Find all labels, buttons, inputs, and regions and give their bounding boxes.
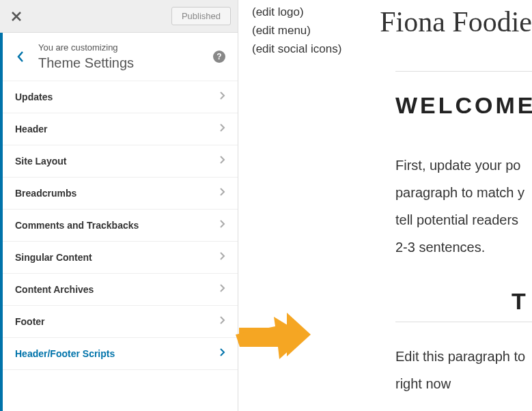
- menu-item-label: Footer: [15, 316, 45, 327]
- menu-item-label: Header/Footer Scripts: [15, 348, 115, 359]
- divider: [395, 322, 532, 322]
- menu-list: Updates Header Site Layout Breadcrumbs C…: [3, 81, 238, 370]
- menu-item-comments-trackbacks[interactable]: Comments and Trackbacks: [3, 210, 238, 242]
- customizing-label: You are customizing: [38, 42, 213, 53]
- section-title: Theme Settings: [38, 55, 213, 71]
- menu-item-header[interactable]: Header: [3, 113, 238, 145]
- edit-social-link[interactable]: (edit social icons): [252, 40, 532, 58]
- menu-item-header-footer-scripts[interactable]: Header/Footer Scripts: [3, 338, 238, 370]
- menu-item-footer[interactable]: Footer: [3, 306, 238, 338]
- chevron-right-icon: [219, 348, 225, 360]
- divider: [395, 71, 532, 72]
- menu-item-label: Site Layout: [15, 156, 66, 167]
- chevron-left-icon: [16, 51, 25, 63]
- menu-item-label: Comments and Trackbacks: [15, 220, 139, 231]
- menu-item-updates[interactable]: Updates: [3, 81, 238, 113]
- chevron-right-icon: [219, 219, 225, 231]
- menu-item-breadcrumbs[interactable]: Breadcrumbs: [3, 178, 238, 210]
- section-heading: T: [512, 288, 532, 315]
- chevron-right-icon: [219, 123, 225, 135]
- chevron-right-icon: [219, 283, 225, 296]
- chevron-right-icon: [219, 155, 225, 167]
- chevron-right-icon: [219, 251, 225, 264]
- top-bar: Published: [0, 0, 238, 33]
- close-button[interactable]: [7, 7, 26, 26]
- menu-item-content-archives[interactable]: Content Archives: [3, 274, 238, 306]
- menu-item-label: Header: [15, 124, 47, 134]
- close-icon: [12, 12, 21, 21]
- back-button[interactable]: [8, 51, 33, 63]
- section-header: You are customizing Theme Settings ?: [3, 33, 238, 81]
- body-paragraph: First, update your po paragraph to match…: [395, 152, 532, 261]
- menu-item-label: Breadcrumbs: [15, 188, 76, 199]
- published-button[interactable]: Published: [171, 7, 231, 25]
- menu-item-label: Updates: [15, 91, 53, 102]
- welcome-heading: WELCOME: [395, 92, 532, 119]
- menu-item-site-layout[interactable]: Site Layout: [3, 145, 238, 178]
- menu-item-label: Singular Content: [15, 252, 92, 263]
- help-icon[interactable]: ?: [213, 51, 225, 63]
- chevron-right-icon: [219, 187, 225, 199]
- active-indicator-bar: [0, 33, 3, 411]
- chevron-right-icon: [219, 315, 225, 328]
- preview-pane: (edit logo) (edit menu) (edit social ico…: [238, 0, 532, 411]
- menu-item-singular-content[interactable]: Singular Content: [3, 242, 238, 274]
- brand-name: Fiona Foodie: [380, 5, 532, 38]
- body-paragraph-2: Edit this paragraph to right now: [395, 343, 532, 397]
- menu-item-label: Content Archives: [15, 284, 94, 295]
- chevron-right-icon: [219, 91, 225, 103]
